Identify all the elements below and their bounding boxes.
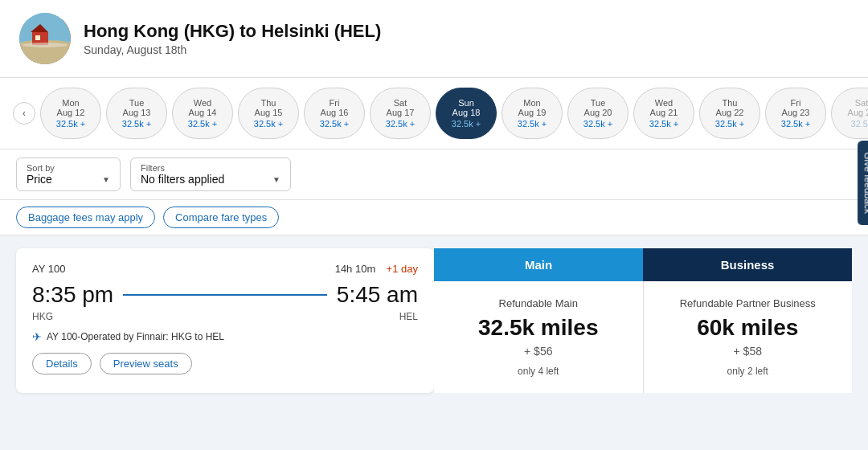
flight-extra-day: +1 day <box>387 263 418 275</box>
fare-tabs: Main Business <box>434 248 852 281</box>
fare-main-type: Refundable Main <box>499 297 578 309</box>
compare-fare-types-button[interactable]: Compare fare types <box>163 207 279 228</box>
flight-header: AY 100 14h 10m +1 day <box>32 261 418 276</box>
airports: HKG HEL <box>32 311 418 322</box>
fare-business-cash: + $58 <box>734 345 762 358</box>
date-item-aug-19[interactable]: Mon Aug 19 32.5k + <box>502 88 563 139</box>
flight-number: AY 100 <box>32 263 65 275</box>
fare-business-type: Refundable Partner Business <box>680 297 816 309</box>
flight-line <box>123 294 327 296</box>
sort-dropdown[interactable]: Sort by Price ▼ <box>16 158 121 191</box>
date-item-aug-24[interactable]: Sat Aug 24 32.5k <box>831 88 868 139</box>
arrive-time: 5:45 am <box>337 282 418 308</box>
flight-times: 8:35 pm 5:45 am <box>32 282 418 308</box>
route-date: Sunday, August 18th <box>84 43 381 56</box>
sort-label: Sort by <box>27 163 110 173</box>
date-item-aug-20[interactable]: Tue Aug 20 32.5k + <box>567 88 628 139</box>
date-item-aug-23[interactable]: Fri Aug 23 32.5k + <box>765 88 826 139</box>
flight-actions: Details Preview seats <box>32 353 418 374</box>
svg-rect-5 <box>35 35 40 40</box>
fare-main-miles: 32.5k miles <box>478 314 598 342</box>
details-button[interactable]: Details <box>32 353 92 374</box>
date-item-aug-22[interactable]: Thu Aug 22 32.5k + <box>699 88 760 139</box>
tab-business[interactable]: Business <box>643 248 852 281</box>
destination-code: HEL <box>399 311 418 322</box>
flight-duration: 14h 10m <box>335 263 376 275</box>
content-area: AY 100 14h 10m +1 day 8:35 pm 5:45 am HK… <box>0 235 868 406</box>
filter-label: Filters <box>141 163 280 173</box>
sort-chevron-icon: ▼ <box>102 175 110 184</box>
svg-point-6 <box>23 43 68 47</box>
operated-by-text: AY 100-Operated by Finnair: HKG to HEL <box>47 331 224 342</box>
action-row: Baggage fees may apply Compare fare type… <box>0 200 868 235</box>
route-info: Hong Kong (HKG) to Helsinki (HEL) Sunday… <box>84 21 381 56</box>
date-item-aug-13[interactable]: Tue Aug 13 32.5k + <box>106 88 167 139</box>
date-item-aug-17[interactable]: Sat Aug 17 32.5k + <box>370 88 431 139</box>
filter-value: No filters applied ▼ <box>141 173 280 186</box>
carousel-prev-button[interactable]: ‹ <box>13 102 35 125</box>
date-item-aug-21[interactable]: Wed Aug 21 32.5k + <box>633 88 694 139</box>
route-title: Hong Kong (HKG) to Helsinki (HEL) <box>84 21 381 42</box>
give-feedback-tab[interactable]: Give feedback <box>858 141 868 225</box>
date-item-aug-18[interactable]: Sun Aug 18 32.5k + <box>436 88 497 139</box>
filter-chevron-icon: ▼ <box>272 175 280 184</box>
date-item-aug-14[interactable]: Wed Aug 14 32.5k + <box>172 88 233 139</box>
date-item-aug-12[interactable]: Mon Aug 12 32.5k + <box>40 88 101 139</box>
destination-image <box>19 13 71 64</box>
date-items: Mon Aug 12 32.5k + Tue Aug 13 32.5k + We… <box>40 88 868 139</box>
filters-row: Sort by Price ▼ Filters No filters appli… <box>0 149 868 200</box>
date-carousel: ‹ Mon Aug 12 32.5k + Tue Aug 13 32.5k + … <box>0 78 868 149</box>
fare-business-availability: only 2 left <box>727 366 768 377</box>
chevron-left-icon: ‹ <box>23 108 26 119</box>
fare-main-cash: + $56 <box>524 345 552 358</box>
filters-dropdown[interactable]: Filters No filters applied ▼ <box>130 158 291 191</box>
operated-by: ✈ AY 100-Operated by Finnair: HKG to HEL <box>32 330 418 343</box>
fare-business-miles: 60k miles <box>697 314 798 342</box>
fare-card-business: Refundable Partner Business 60k miles + … <box>643 281 853 393</box>
fare-main-availability: only 4 left <box>518 366 559 377</box>
fare-card-main: Refundable Main 32.5k miles + $56 only 4… <box>434 281 643 393</box>
baggage-fees-button[interactable]: Baggage fees may apply <box>16 207 155 228</box>
origin-code: HKG <box>32 311 53 322</box>
date-item-aug-15[interactable]: Thu Aug 15 32.5k + <box>238 88 299 139</box>
sort-value: Price ▼ <box>27 173 110 186</box>
flight-duration-info: 14h 10m +1 day <box>335 261 418 276</box>
header: Hong Kong (HKG) to Helsinki (HEL) Sunday… <box>0 0 868 78</box>
fare-cards: Refundable Main 32.5k miles + $56 only 4… <box>434 281 852 393</box>
preview-seats-button[interactable]: Preview seats <box>100 353 192 374</box>
plane-icon: ✈ <box>32 330 42 343</box>
flight-card: AY 100 14h 10m +1 day 8:35 pm 5:45 am HK… <box>16 248 434 393</box>
tab-main[interactable]: Main <box>434 248 643 281</box>
fare-columns: Main Business Refundable Main 32.5k mile… <box>434 248 852 393</box>
depart-time: 8:35 pm <box>32 282 113 308</box>
date-item-aug-16[interactable]: Fri Aug 16 32.5k + <box>304 88 365 139</box>
